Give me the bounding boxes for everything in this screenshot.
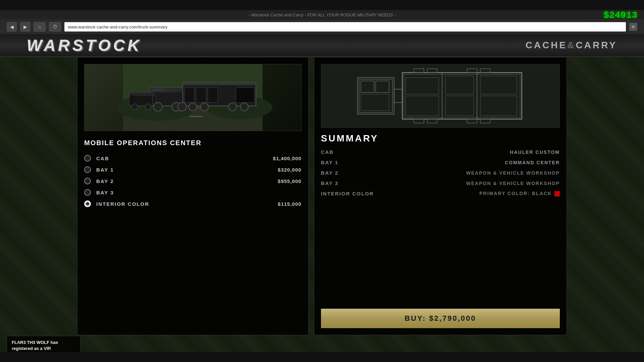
option-label-bay1: BAY 1	[96, 167, 272, 173]
radio-interior[interactable]	[84, 200, 91, 207]
option-price-bay2: $955,000	[278, 178, 302, 184]
svg-rect-11	[196, 87, 206, 103]
summary-list: CAB HAULER CUSTOM BAY 1 COMMAND CENTER B…	[321, 149, 560, 196]
option-label-bay2: BAY 2	[96, 178, 272, 184]
ampersand-icon: &	[567, 40, 576, 50]
browser-nav-bar: ◀ ▶ ⌂ ⏱ ✕	[0, 19, 644, 34]
radio-bay1[interactable]	[84, 166, 91, 173]
main-content: MOBILE OPERATIONS CENTER CAB $1,400,000 …	[77, 57, 567, 335]
summary-row-bay3: BAY 3 WEAPON & VEHICLE WORKSHOP	[321, 180, 560, 186]
vehicle-name: MOBILE OPERATIONS CENTER	[84, 139, 302, 147]
right-panel: SUMMARY CAB HAULER CUSTOM BAY 1 COMMAND …	[314, 57, 567, 335]
svg-point-14	[189, 103, 197, 111]
address-bar[interactable]	[64, 22, 626, 32]
svg-point-17	[240, 103, 248, 111]
option-price-interior: $115,000	[278, 201, 302, 207]
close-button[interactable]: ✕	[629, 23, 637, 31]
browser-title-text: - Warstock Cache and Carry - FOR ALL YOU…	[248, 12, 395, 17]
svg-rect-27	[130, 95, 134, 105]
summary-row-interior: INTERIOR COLOR PRIMARY COLOR: BLACK	[321, 191, 560, 196]
blueprint-view	[321, 64, 560, 128]
summary-value-interior: PRIMARY COLOR: BLACK	[479, 191, 560, 196]
svg-point-16	[229, 103, 237, 111]
summary-value-bay2: WEAPON & VEHICLE WORKSHOP	[466, 170, 560, 176]
option-label-cab: CAB	[96, 156, 268, 161]
svg-point-28	[132, 104, 138, 110]
notification-text: FLAR3 TH3 WOLF has registered as a VIP.	[12, 340, 75, 352]
svg-point-15	[201, 103, 209, 111]
warstock-header: WARSTOCK CACHE&CARRY	[0, 34, 644, 57]
forward-button[interactable]: ▶	[20, 22, 30, 32]
summary-row-cab: CAB HAULER CUSTOM	[321, 149, 560, 155]
history-button[interactable]: ⏱	[49, 22, 61, 32]
summary-row-bay2: BAY 2 WEAPON & VEHICLE WORKSHOP	[321, 170, 560, 176]
option-row-interior[interactable]: INTERIOR COLOR $115,000	[84, 200, 302, 207]
browser-title-bar: - Warstock Cache and Carry - FOR ALL YOU…	[0, 10, 644, 19]
radio-bay2[interactable]	[84, 178, 91, 184]
radio-cab[interactable]	[84, 155, 91, 162]
warstock-logo: WARSTOCK	[27, 36, 142, 55]
summary-label-bay3: BAY 3	[321, 180, 339, 186]
bottom-bar	[0, 352, 644, 362]
svg-rect-3	[190, 116, 203, 117]
cache-text: CACHE	[526, 40, 568, 50]
svg-point-29	[145, 104, 151, 110]
options-list: CAB $1,400,000 BAY 1 $320,000 BAY 2 $955…	[84, 155, 302, 207]
svg-rect-12	[208, 87, 218, 103]
buy-button[interactable]: BUY: $2,790,000	[321, 309, 560, 328]
option-price-bay1: $320,000	[278, 167, 302, 173]
svg-rect-13	[236, 87, 254, 103]
vehicle-image	[84, 64, 302, 131]
svg-rect-20	[151, 88, 165, 91]
vehicle-illustration	[85, 64, 301, 131]
svg-rect-9	[183, 82, 256, 85]
left-panel: MOBILE OPERATIONS CENTER CAB $1,400,000 …	[77, 57, 309, 335]
option-price-cab: $1,400,000	[273, 156, 302, 161]
summary-value-bay1: COMMAND CENTER	[505, 160, 560, 165]
summary-value-cab: HAULER CUSTOM	[510, 149, 560, 155]
summary-label-interior: INTERIOR COLOR	[321, 191, 374, 196]
color-swatch	[554, 191, 560, 196]
notification-username: FLAR3 TH3 WOLF	[12, 340, 49, 345]
summary-value-bay3: WEAPON & VEHICLE WORKSHOP	[466, 181, 560, 186]
svg-point-24	[178, 103, 186, 111]
option-row-cab[interactable]: CAB $1,400,000	[84, 155, 302, 162]
option-label-interior: INTERIOR COLOR	[96, 201, 272, 207]
back-button[interactable]: ◀	[7, 22, 17, 32]
summary-row-bay1: BAY 1 COMMAND CENTER	[321, 160, 560, 165]
svg-rect-10	[184, 87, 195, 103]
summary-label-bay2: BAY 2	[321, 170, 339, 176]
summary-label-bay1: BAY 1	[321, 160, 339, 165]
svg-point-22	[154, 103, 162, 111]
home-button[interactable]: ⌂	[34, 22, 46, 32]
money-amount1: $24913	[587, 10, 637, 20]
cache-carry-logo: CACHE&CARRY	[526, 40, 617, 51]
summary-label-cab: CAB	[321, 149, 334, 155]
blueprint-svg	[321, 64, 559, 127]
option-label-bay3: BAY 3	[96, 190, 296, 195]
browser-chrome-top	[0, 0, 644, 10]
option-row-bay2[interactable]: BAY 2 $955,000	[84, 178, 302, 184]
summary-title: SUMMARY	[321, 133, 560, 144]
carry-text: CARRY	[576, 40, 617, 50]
option-row-bay1[interactable]: BAY 1 $320,000	[84, 166, 302, 173]
option-row-bay3[interactable]: BAY 3	[84, 189, 302, 196]
radio-bay3[interactable]	[84, 189, 91, 196]
